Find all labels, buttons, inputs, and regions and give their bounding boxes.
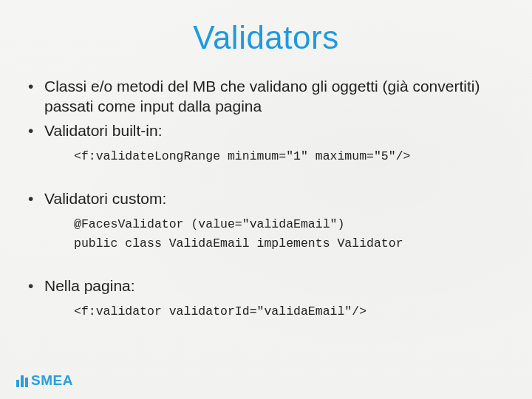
bullet-text: Validatori built-in:	[44, 122, 163, 139]
bullet-item: Validatori custom:	[28, 189, 504, 209]
slide-title: Validators	[28, 19, 504, 56]
code-snippet: <f:validator validatorId="validaEmail"/>	[74, 302, 504, 321]
bullet-list: Classi e/o metodi del MB che validano gl…	[28, 77, 504, 141]
code-snippet: <f:validateLongRange minimum="1" maximum…	[74, 147, 504, 166]
code-snippet: @FacesValidator (value="validaEmail") pu…	[74, 215, 504, 253]
bullet-text: Classi e/o metodi del MB che validano gl…	[44, 78, 480, 115]
bullet-item: Classi e/o metodi del MB che validano gl…	[28, 77, 504, 117]
bullet-text: Nella pagina:	[44, 277, 135, 294]
footer-logo: SMEA	[16, 372, 73, 389]
slide: Validators Classi e/o metodi del MB che …	[0, 0, 532, 399]
bullet-list: Validatori custom:	[28, 189, 504, 209]
bullet-list: Nella pagina:	[28, 276, 504, 296]
bullet-item: Nella pagina:	[28, 276, 504, 296]
footer-brand: SMEA	[31, 372, 73, 389]
bullet-item: Validatori built-in:	[28, 121, 504, 141]
logo-bars-icon	[16, 374, 28, 387]
bullet-text: Validatori custom:	[44, 190, 166, 207]
